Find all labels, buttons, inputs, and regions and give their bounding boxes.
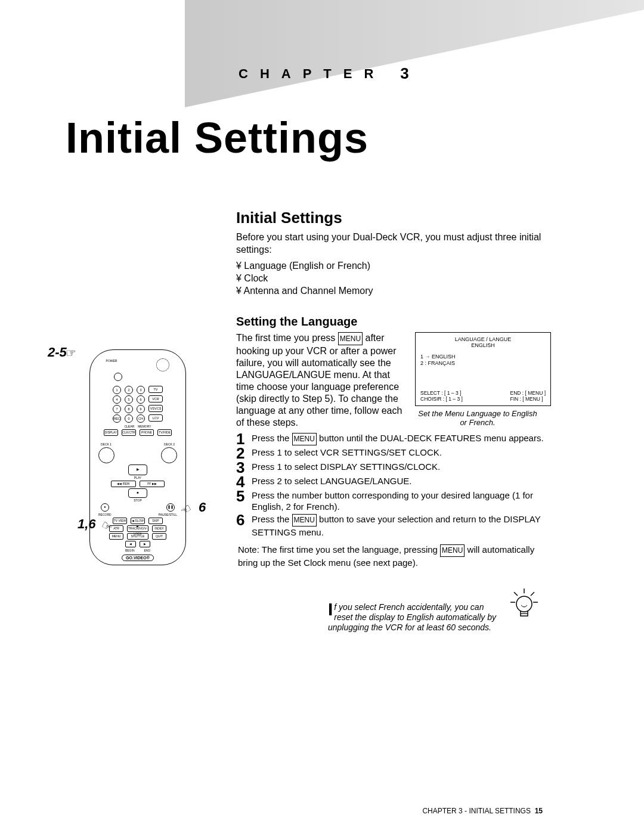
- step-number: 4: [236, 475, 247, 488]
- remote-tv-button: TV: [148, 386, 163, 393]
- svg-line-1: [514, 592, 518, 596]
- remote-ch-button: CH: [137, 414, 145, 423]
- remote-brand-logo: GO.VIDEO®: [122, 555, 154, 561]
- section-intro: Before you start using your Dual-Deck VC…: [236, 231, 552, 256]
- remote-pause-label: PAUSE/STILL: [159, 513, 177, 516]
- remote-record-label: RECORD: [98, 513, 112, 516]
- callout-step-6: 6: [199, 500, 206, 515]
- osd-title: LANGUAGE / LANGUE: [420, 336, 546, 342]
- remote-rew-button: ◀◀ REW: [111, 481, 136, 487]
- remote-digit-1: 1: [113, 386, 121, 394]
- remote-stop-label: STOP: [90, 498, 185, 502]
- osd-choisir-line: CHOISIR : [ 1 – 3 ]: [420, 396, 463, 402]
- section-heading: Initial Settings: [236, 209, 552, 227]
- step-text: Press 1 to select VCR SETTINGS/SET CLOCK…: [252, 447, 442, 458]
- menu-key-icon: MENU: [338, 332, 363, 345]
- remote-stop-button: ■: [128, 488, 147, 498]
- tip-body: f you select French accidentally, you ca…: [328, 602, 496, 632]
- lightbulb-icon: [509, 587, 539, 623]
- osd-screenshot: LANGUAGE / LANGUE ENGLISH 1 → ENGLISH 2 …: [415, 332, 551, 406]
- remote-slow-button: ◀ SLOW ▶: [131, 518, 145, 524]
- osd-subtitle: ENGLISH: [420, 342, 546, 348]
- remote-begin-label: BEGIN: [125, 549, 135, 552]
- step-number: 3: [236, 461, 247, 474]
- remote-deck2-selector: [161, 447, 177, 463]
- subsection-heading: Setting the Language: [236, 315, 552, 329]
- remote-power-button: [114, 373, 122, 381]
- para-text: after hooking up your VCR or after a pow…: [236, 333, 402, 428]
- pointing-hand-icon: ☞: [66, 346, 76, 360]
- osd-option-english: 1 → ENGLISH: [420, 354, 546, 360]
- remote-rec-button: REC: [113, 414, 121, 423]
- menu-key-icon: MENU: [292, 433, 317, 445]
- remote-lcv-button: LCV: [148, 414, 163, 422]
- remote-index-button: INDEX: [152, 525, 166, 532]
- osd-fin-line: FIN : [ MENU ]: [510, 396, 546, 402]
- step-5: 5Press the number button corresponding t…: [236, 490, 552, 512]
- remote-deck1-selector: [98, 447, 114, 463]
- note-text: Note: The first time you set the languag…: [236, 544, 552, 568]
- chapter-line: CHAPTER 3: [239, 64, 644, 83]
- remote-deck2-label: DECK 2: [164, 442, 175, 446]
- remote-digit-4: 4: [113, 395, 121, 404]
- remote-tracking-button: TRACKING/V-LOCK: [127, 525, 148, 532]
- step-1: 1 Press the MENU button until the DUAL-D…: [236, 432, 552, 445]
- svg-point-5: [516, 596, 532, 612]
- note-part: Note: The first time you set the languag…: [238, 544, 440, 555]
- remote-ff-button: FF ▶▶: [140, 481, 165, 487]
- remote-menu-button: MENU: [109, 533, 123, 540]
- setting-language-para: The first time you press MENU after hook…: [236, 332, 403, 429]
- step-text: Press the number button corresponding to…: [252, 490, 552, 512]
- remote-quit-button: QUIT: [152, 533, 166, 540]
- osd-caption: Set the Menu Language to English or Fren…: [415, 409, 540, 427]
- page-number: 15: [535, 807, 543, 815]
- remote-end-label: END: [144, 549, 151, 552]
- step-text: Press 2 to select LANGUAGE/LANGUE.: [252, 475, 411, 487]
- remote-end-right: ▶: [140, 541, 150, 547]
- remote-deck1-label: DECK 1: [101, 442, 112, 446]
- remote-digit-2: 2: [125, 386, 133, 394]
- step-number: 5: [236, 490, 247, 503]
- remote-digit-5: 5: [125, 395, 133, 404]
- step-2: 2Press 1 to select VCR SETTINGS/SET CLOC…: [236, 447, 552, 460]
- bullet-item: Language (English or French): [236, 259, 552, 272]
- step-text: Press the: [252, 514, 292, 524]
- remote-display-button: DISPLAY: [104, 429, 118, 436]
- remote-clear-label: CLEAR: [124, 425, 134, 428]
- step-text: Press the: [252, 433, 292, 443]
- remote-vcr-button: VCR: [148, 395, 163, 402]
- remote-power-label: POWER: [106, 359, 117, 371]
- remote-digit-9: 9: [137, 405, 145, 413]
- remote-skip-button: SKIP: [148, 518, 163, 524]
- bullet-list: Language (English or French) Clock Anten…: [236, 259, 552, 297]
- callout-steps-1-6: 1,6: [78, 516, 96, 532]
- remote-pause-button: ❚❚: [166, 503, 175, 512]
- osd-end-line: END : [ MENU ]: [510, 390, 546, 396]
- step-3: 3Press 1 to select DISPLAY SETTINGS/CLOC…: [236, 461, 552, 474]
- osd-select-line: SELECT : [ 1 – 3 ]: [420, 390, 463, 396]
- remote-vsvcs-button: VSVCS: [148, 405, 163, 412]
- chapter-number: 3: [400, 64, 408, 83]
- step-text: button until the DUAL-DECK FEATURES menu…: [317, 433, 544, 443]
- step-number: 1: [236, 432, 247, 445]
- page-title: Initial Settings: [66, 113, 369, 162]
- remote-play-button: ▶: [128, 465, 147, 475]
- bullet-item: Antenna and Channel Memory: [236, 284, 552, 297]
- remote-play-label: PLAY: [90, 476, 185, 479]
- para-text: The first time you press: [236, 333, 338, 343]
- remote-digit-7: 7: [113, 405, 121, 413]
- osd-option-francais: 2 : FRANÇAIS: [420, 360, 546, 366]
- bullet-item: Clock: [236, 272, 552, 284]
- remote-begin-left: ◀: [125, 541, 136, 547]
- svg-line-2: [531, 592, 534, 596]
- remote-digit-6: 6: [137, 395, 145, 404]
- menu-key-icon: MENU: [440, 544, 465, 557]
- drop-cap: I: [328, 602, 333, 617]
- page-footer: CHAPTER 3 - INITIAL SETTINGS 15: [422, 807, 543, 815]
- chapter-banner: [185, 0, 644, 107]
- chapter-label: CHAPTER: [239, 66, 385, 82]
- remote-record-button: ●: [101, 503, 109, 512]
- step-6: 6 Press the MENU button to save your sel…: [236, 513, 552, 538]
- remote-digit-0: 0: [125, 414, 133, 423]
- callout-steps-2-5: 2-5: [48, 345, 67, 360]
